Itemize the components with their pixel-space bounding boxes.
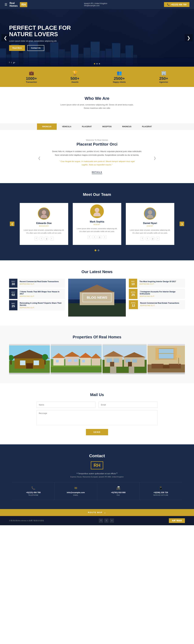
team-prev-arrow[interactable]: ❮ <box>10 222 15 226</box>
mail-section: Mail Us SEND <box>0 383 194 444</box>
hero-prev-arrow[interactable]: ❮ <box>2 34 9 42</box>
team-fb-2[interactable]: f <box>87 235 91 239</box>
team-rss-2[interactable]: r <box>103 235 107 239</box>
footer-download-button[interactable]: 免费下载版面 <box>169 518 185 523</box>
stat-clients: 👥 2500+ Happy clients <box>113 70 126 83</box>
tab-rhoncus-2[interactable]: RHONCUS <box>117 124 137 130</box>
logo-badge: RH <box>20 2 27 7</box>
contact-footer: Contact RH ❝ Temporibus autem quibusdam … <box>0 444 194 509</box>
hero-social-twitter[interactable]: t <box>11 62 12 64</box>
mail-top-row <box>36 402 158 408</box>
team-tw-3[interactable]: t <box>146 237 149 240</box>
mail-name-input[interactable] <box>36 402 95 408</box>
svg-rect-58 <box>155 348 159 360</box>
header-contact: Ipswich IP3, United Kingdom info@example… <box>84 2 107 7</box>
footer-fb-icon[interactable]: f <box>99 518 103 523</box>
header-phone[interactable]: 📞 +0(123) 456 789 <box>164 2 189 7</box>
details-button[interactable]: DETAILS <box>92 171 102 174</box>
blog-news-label: BLOG NEWS <box>83 293 111 302</box>
team-dot-2[interactable] <box>98 250 99 251</box>
team-gp-1[interactable]: g <box>45 237 48 240</box>
news-headline-5[interactable]: 7 Instagram Accounts For Interior Design… <box>140 291 183 295</box>
team-card-1: Edwards Doe MANAGER Lorem ipsum dolor si… <box>20 203 68 245</box>
team-tw-1[interactable]: t <box>40 237 43 240</box>
team-name-1: Edwards Doe <box>24 222 64 224</box>
team-dot-1[interactable] <box>95 250 96 251</box>
hero-next-arrow[interactable]: ❯ <box>185 34 192 42</box>
welcome-content: ❮ Donec felis mi, tristique in sodales n… <box>44 150 150 166</box>
footer-rss-icon[interactable]: r <box>110 518 114 523</box>
news-content-6: Recent Commercial Real Estate Transactio… <box>138 300 181 309</box>
footer-tw-icon[interactable]: t <box>104 518 109 523</box>
team-fb-3[interactable]: f <box>140 237 144 240</box>
stat-awards-label: Awards <box>71 81 79 83</box>
who-we-are-title: Who We Are <box>30 96 164 101</box>
team-rss-1[interactable]: r <box>50 237 54 240</box>
phone-icon: 📞 <box>167 3 170 6</box>
news-headline-1[interactable]: Recent Commercial Real Estate Transactio… <box>20 280 59 282</box>
svg-point-1 <box>41 214 47 218</box>
tab-inceptos[interactable]: INCEPTOS <box>97 124 117 130</box>
news-month-1: July <box>11 280 15 282</box>
tab-placerat-1[interactable]: PLACERAT <box>77 124 97 130</box>
news-headline-2[interactable]: 7 Home Trends That Will Shape Your House… <box>20 291 63 295</box>
stat-transactions-number: 1000+ <box>26 76 37 81</box>
footer-social: f t r <box>99 518 114 523</box>
property-image-3[interactable] <box>102 344 147 374</box>
team-rss-3[interactable]: r <box>156 237 160 240</box>
welcome-prev-arrow[interactable]: ❮ <box>38 156 41 160</box>
mail-form: SEND <box>36 402 158 435</box>
hero-subtitle: Lorem ipsum dolor sit amet, consectetur … <box>9 40 85 42</box>
read-more-button[interactable]: Read More <box>9 45 25 51</box>
hero-social-facebook[interactable]: f <box>9 62 10 64</box>
news-content-4: The Most Inspiring Interior Design Of 20… <box>137 279 178 288</box>
team-gp-3[interactable]: g <box>151 237 154 240</box>
footer-copyright: 行客房价格/bbs.sleniao.co,免费下载请访问群签 <box>9 520 44 522</box>
property-image-1[interactable] <box>9 344 50 374</box>
tab-rhoncus-1[interactable]: RHONCUS <box>37 124 57 130</box>
hamburger-icon[interactable]: ☰ <box>5 3 7 6</box>
news-tag-1: ADIPISCING ELIT. <box>20 283 59 285</box>
property-image-2[interactable] <box>51 344 102 374</box>
hero-dot-3[interactable] <box>99 63 100 64</box>
route-map-bar[interactable]: ROUTE MAP ⌄ <box>0 509 194 516</box>
svg-point-4 <box>148 210 152 214</box>
send-button[interactable]: SEND <box>86 429 108 435</box>
team-tw-2[interactable]: t <box>93 235 96 239</box>
welcome-next-arrow[interactable]: ❯ <box>153 156 156 160</box>
news-item-2: July 02 7 Home Trends That Will Shape Yo… <box>9 289 65 299</box>
contact-quote: ❝ Temporibus autem quibusdam et aut offi… <box>12 472 182 475</box>
property-image-4[interactable] <box>147 344 185 374</box>
mail-message-input[interactable] <box>36 410 158 425</box>
news-headline-3[interactable]: Renovating A Living Room? Experts Share … <box>20 302 63 306</box>
news-tag-2: ADIPISCING ELIT. <box>20 296 63 297</box>
tab-vehicula[interactable]: VEHICULA <box>57 124 77 130</box>
team-title: Meet Our Team <box>12 192 182 197</box>
header-address-2: info@example.com <box>84 4 107 7</box>
news-tag-5: ADIPISCING ELIT. <box>140 296 183 297</box>
news-month-5: April <box>131 291 136 293</box>
news-section: Our Latest News July 30 Recent Commercia… <box>0 260 194 326</box>
svg-rect-31 <box>82 360 85 362</box>
news-date-6: April 12 <box>129 300 138 309</box>
stats-section: 💼 1000+ Transaction 🏆 500+ Awards 👥 2500… <box>0 67 194 87</box>
contact-us-button[interactable]: Contact Us <box>27 45 44 51</box>
hero-social-google[interactable]: g+ <box>13 62 15 64</box>
team-fb-1[interactable]: f <box>34 237 38 240</box>
contact-fax: 📠 +0(763) 916 908 Fax <box>97 482 140 500</box>
hero-dot-1[interactable] <box>94 63 95 64</box>
news-headline-6[interactable]: Recent Commercial Real Estate Transactio… <box>140 302 179 304</box>
tab-placerat-2[interactable]: PLACERAT <box>137 124 157 130</box>
team-social-1: f t g r <box>24 237 64 240</box>
svg-rect-28 <box>56 360 59 362</box>
footer-bar: 行客房价格/bbs.sleniao.co,免费下载请访问群签 f t r 免费下… <box>0 516 194 525</box>
team-gp-2[interactable]: g <box>98 235 101 239</box>
properties-title: Properties Of Real Homes <box>9 335 185 340</box>
hero-section: PERFECT PLACE FOR NATURE LOVERS Lorem ip… <box>0 9 194 67</box>
hero-dot-2[interactable] <box>96 63 98 64</box>
news-tag-4: ADIPISCING ELIT. <box>139 283 176 285</box>
news-headline-4[interactable]: The Most Inspiring Interior Design Of 20… <box>139 280 176 282</box>
news-day-4: 10 <box>131 282 135 286</box>
team-next-arrow[interactable]: ❯ <box>179 222 184 226</box>
mail-email-input[interactable] <box>99 402 158 408</box>
